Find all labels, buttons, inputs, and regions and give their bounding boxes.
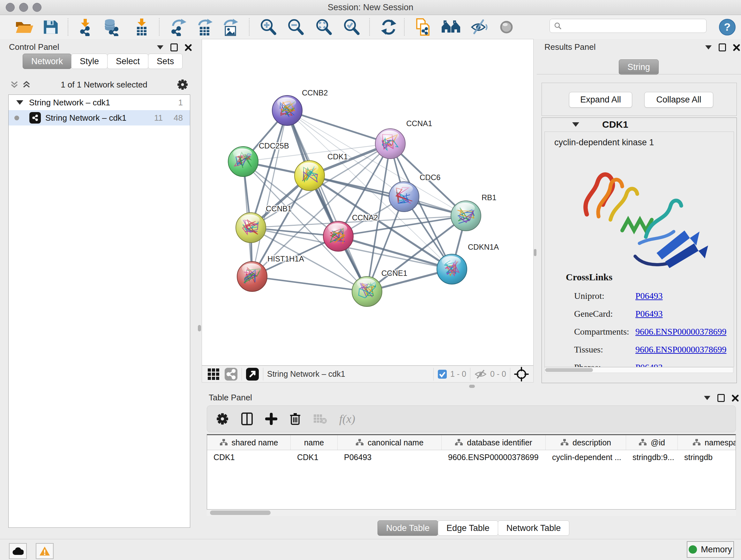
expand-all-button[interactable]: Expand All: [569, 92, 632, 108]
panel-menu-icon[interactable]: [157, 45, 163, 50]
crosslink-row: Compartments:9606.ENSP00000378699: [574, 323, 727, 341]
memory-label: Memory: [701, 545, 732, 555]
zoom-in-icon[interactable]: [259, 18, 277, 36]
close-panel-icon[interactable]: [732, 395, 739, 401]
crosslink-link[interactable]: 9606.ENSP00000378699: [635, 345, 726, 355]
horizontal-splitter[interactable]: [202, 382, 741, 390]
selected-checkbox-icon[interactable]: [437, 369, 447, 379]
string-share-icon[interactable]: [224, 368, 238, 381]
table-cell[interactable]: stringdb:9...: [626, 450, 678, 464]
fit-selected-crosshair-icon[interactable]: [514, 367, 529, 381]
collapse-all-button[interactable]: Collapse All: [644, 92, 713, 108]
birds-eye-grid-icon[interactable]: [207, 368, 220, 381]
column-header-description[interactable]: description: [546, 435, 626, 450]
collection-disclosure-icon[interactable]: [16, 100, 23, 105]
crosslink-link[interactable]: P06493: [635, 291, 663, 301]
gene-disclosure-icon[interactable]: [572, 122, 579, 127]
hide-unhide-eye-icon[interactable]: [470, 18, 488, 36]
tab-select[interactable]: Select: [107, 54, 148, 69]
float-panel-icon[interactable]: [171, 44, 178, 51]
zoom-out-icon[interactable]: [286, 18, 305, 36]
control-panel: Control Panel Network Style Select Sets …: [0, 39, 198, 539]
network-collection-row[interactable]: String Network – cdk1 1: [9, 95, 190, 110]
table-cell[interactable]: cyclin-dependent ...: [546, 450, 626, 464]
crosslink-row: GeneCard:P06493: [574, 305, 727, 323]
tab-network-table[interactable]: Network Table: [498, 520, 569, 536]
tab-node-table[interactable]: Node Table: [378, 520, 438, 536]
column-header--id[interactable]: @id: [626, 435, 678, 450]
memory-button[interactable]: Memory: [687, 541, 734, 558]
network-view-toolbar: String Network – cdk1 1 - 0 0 - 0: [202, 366, 534, 382]
search-field[interactable]: [549, 19, 706, 33]
save-session-icon[interactable]: [43, 19, 59, 35]
column-header-label: canonical name: [367, 438, 423, 447]
tab-sets[interactable]: Sets: [148, 54, 183, 69]
table-cell[interactable]: CDK1: [207, 450, 291, 464]
show-columns-icon[interactable]: [241, 412, 253, 426]
create-column-plus-icon[interactable]: [265, 413, 277, 425]
table-cell[interactable]: CDK1: [291, 450, 338, 464]
table-cell[interactable]: stringdb: [678, 450, 736, 464]
warnings-button[interactable]: [36, 543, 54, 559]
export-image-icon[interactable]: [222, 18, 240, 36]
tab-network[interactable]: Network: [23, 54, 71, 69]
tab-string-results[interactable]: String: [619, 59, 659, 75]
search-input[interactable]: [562, 21, 697, 31]
panel-menu-icon[interactable]: [705, 45, 712, 50]
crosslink-link[interactable]: P06493: [635, 362, 663, 367]
results-actions-box: Expand All Collapse All: [542, 83, 737, 116]
table-cell[interactable]: P06493: [338, 450, 442, 464]
column-header-namespace[interactable]: namespace: [678, 435, 736, 450]
zoom-selected-icon[interactable]: [342, 18, 360, 36]
tab-style[interactable]: Style: [71, 54, 108, 69]
expand-all-chevron-icon[interactable]: [22, 80, 31, 89]
left-splitter[interactable]: [197, 39, 202, 539]
column-header-database-identifier[interactable]: database identifier: [442, 435, 546, 450]
crosslink-link[interactable]: 9606.ENSP00000378699: [635, 327, 726, 337]
status-bar: Memory: [0, 539, 741, 560]
eye-sphere-icon[interactable]: [498, 18, 515, 36]
export-network-icon[interactable]: [170, 18, 188, 36]
close-panel-icon[interactable]: [733, 44, 740, 51]
application-window: Session: New Session: [0, 0, 741, 560]
network-row[interactable]: String Network – cdk1 11 48: [9, 110, 190, 125]
crosslink-link[interactable]: P06493: [635, 309, 663, 319]
memory-status-dot: [689, 545, 697, 554]
network-canvas[interactable]: CCNB2CCNA1CDC25BCDK1CDC6RB1CCNB1CCNA2CDK…: [202, 39, 534, 366]
table-cell[interactable]: 9606.ENSP00000378699: [442, 450, 546, 464]
column-header-shared-name[interactable]: shared name: [207, 435, 291, 450]
column-header-name[interactable]: name: [291, 435, 338, 450]
open-session-icon[interactable]: [15, 19, 34, 35]
graph-node-label: CCNA2: [352, 213, 378, 222]
float-panel-icon[interactable]: [719, 44, 726, 51]
graph-node-label: CCNB2: [302, 88, 328, 97]
refresh-icon[interactable]: [380, 18, 398, 36]
home-networks-icon[interactable]: [441, 19, 461, 35]
right-splitter[interactable]: [534, 39, 537, 382]
import-network-icon[interactable]: [77, 18, 94, 36]
close-panel-icon[interactable]: [185, 44, 192, 51]
export-table-icon[interactable]: [197, 18, 214, 36]
scrollbar-thumb[interactable]: [545, 368, 593, 372]
table-row[interactable]: CDK1CDK1P064939606.ENSP00000378699cyclin…: [207, 450, 736, 464]
table-options-gear-icon[interactable]: [216, 413, 229, 425]
import-database-icon[interactable]: [103, 18, 121, 36]
help-button[interactable]: ?: [719, 18, 736, 36]
results-horizontal-scrollbar[interactable]: [544, 367, 733, 373]
delete-table-icon: [313, 413, 327, 425]
float-panel-icon[interactable]: [718, 394, 725, 402]
copy-network-document-icon[interactable]: [414, 17, 432, 37]
delete-column-trash-icon[interactable]: [289, 412, 301, 426]
cloud-status-button[interactable]: [9, 543, 27, 559]
import-table-icon[interactable]: [133, 18, 150, 36]
column-header-canonical-name[interactable]: canonical name: [338, 435, 442, 450]
table-horizontal-scrollbar[interactable]: [207, 509, 736, 516]
collapse-all-chevron-icon[interactable]: [10, 80, 19, 89]
zoom-fit-icon[interactable]: [315, 18, 333, 36]
scrollbar-thumb[interactable]: [210, 510, 271, 515]
open-in-external-icon[interactable]: [246, 368, 259, 381]
tab-edge-table[interactable]: Edge Table: [438, 520, 498, 536]
panel-menu-icon[interactable]: [704, 396, 711, 400]
graph-node-label: CCNA1: [406, 119, 432, 128]
network-options-gear-icon[interactable]: [177, 79, 188, 90]
